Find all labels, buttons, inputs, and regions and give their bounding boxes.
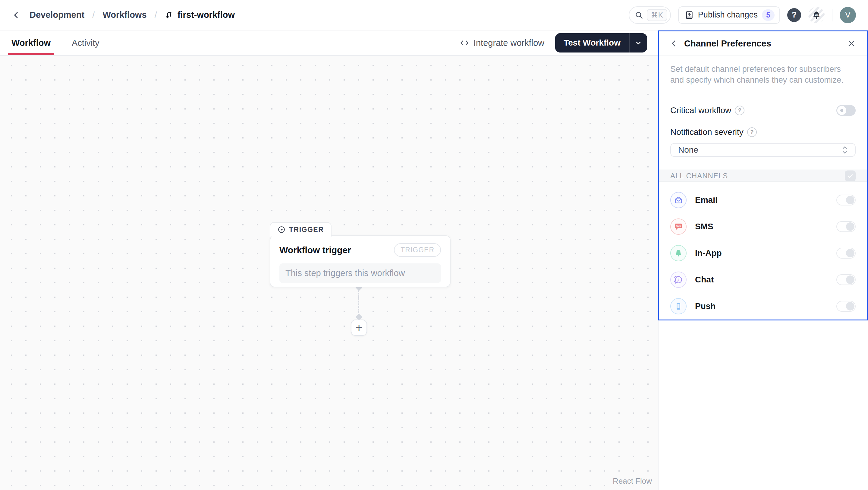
svg-text:#: # [678,278,680,282]
top-header: Development / Workflows / first-workflow… [0,0,868,30]
toggle-knob [846,222,855,231]
integrate-workflow-link[interactable]: Integrate workflow [460,38,544,48]
channel-row-inapp: In-App [659,240,867,266]
header-divider [832,9,832,22]
trigger-node-tab: TRIGGER [270,222,332,236]
channel-label: SMS [695,222,836,231]
all-channels-checkbox[interactable] [845,171,856,181]
tab-bar: Workflow Activity Integrate workflow Tes… [0,30,658,56]
node-title: Workflow trigger [279,245,351,255]
breadcrumb: Development / Workflows / first-workflow [11,10,235,21]
all-channels-strip: ALL CHANNELS [659,170,867,182]
node-trigger-badge: TRIGGER [394,243,441,257]
toggle-knob [846,302,855,311]
channel-preferences-panel: Channel Preferences Set default channel … [658,30,868,320]
chat-toggle[interactable] [836,274,856,285]
bell-code-glyph: </> [815,13,818,17]
help-circle-icon[interactable]: ? [735,106,744,115]
notification-severity-row: Notification severity ? [659,127,867,137]
push-toggle[interactable] [836,301,856,312]
email-toggle[interactable] [836,195,856,205]
check-icon [846,172,854,179]
search-shortcut: ⌘K [647,9,667,21]
select-chevrons-icon [841,145,848,154]
all-channels-label: ALL CHANNELS [670,172,728,180]
close-icon [847,39,856,48]
in-app-bell-icon [670,245,687,261]
publish-icon [685,10,694,20]
severity-select-value: None [678,145,698,155]
toggle-knob [846,196,855,204]
channel-row-push: Push [659,293,867,319]
channel-label: Email [695,195,836,205]
play-circle-icon [278,226,285,234]
edge-dashed-line [358,290,359,316]
email-icon [670,192,687,208]
workflow-editor-column: Workflow Activity Integrate workflow Tes… [0,30,658,490]
push-phone-icon [670,298,687,314]
tab-bar-actions: Integrate workflow Test Workflow [460,33,647,53]
publish-changes-button[interactable]: Publish changes 5 [678,6,780,24]
workflow-trigger-node[interactable]: Workflow trigger TRIGGER This step trigg… [270,235,451,287]
code-icon [460,38,469,48]
add-step-button[interactable]: + [351,319,367,336]
sms-toggle[interactable] [836,221,856,232]
search-icon [635,11,643,19]
channel-label: In-App [695,248,836,258]
tabs: Workflow Activity [10,30,101,55]
page-body: Workflow Activity Integrate workflow Tes… [0,30,868,490]
critical-workflow-toggle[interactable] [836,105,856,116]
chat-icon: # [670,271,687,288]
channel-row-chat: # Chat [659,266,867,293]
workflow-route-icon [165,10,174,20]
tab-activity[interactable]: Activity [70,30,101,55]
side-panel-area: Channel Preferences Set default channel … [658,30,868,490]
breadcrumb-separator: / [92,10,95,20]
panel-title: Channel Preferences [684,39,845,49]
critical-workflow-row: Critical workflow ? [659,105,867,116]
channel-list: Email SMS SMS In-App [659,182,867,319]
help-button[interactable]: ? [787,8,801,22]
toggle-knob [846,249,855,257]
node-header: Workflow trigger TRIGGER [279,243,441,257]
breadcrumb-environment[interactable]: Development [30,10,84,20]
svg-text:SMS: SMS [676,225,681,227]
breadcrumb-current[interactable]: first-workflow [165,10,235,20]
channel-row-email: Email [659,187,867,213]
node-description: This step triggers this workflow [279,263,441,283]
notification-severity-label: Notification severity ? [670,127,757,137]
user-avatar[interactable]: V [840,7,856,23]
panel-header: Channel Preferences [659,31,867,56]
panel-back-button[interactable] [668,37,680,50]
search-button[interactable]: ⌘K [629,6,671,24]
publish-changes-count-badge: 5 [762,9,775,21]
breadcrumb-separator: / [155,10,157,20]
chevron-left-icon [670,39,678,47]
publish-changes-label: Publish changes [698,10,758,20]
severity-select[interactable]: None [670,143,856,157]
back-chevron-icon[interactable] [11,10,22,21]
tab-workflow[interactable]: Workflow [10,30,53,55]
channel-label: Push [695,301,836,311]
in-app-toggle[interactable] [836,248,856,259]
test-workflow-button[interactable]: Test Workflow [555,33,629,53]
help-circle-icon[interactable]: ? [747,127,757,137]
react-flow-attribution[interactable]: React Flow [609,475,655,487]
panel-description: Set default channel preferences for subs… [659,56,867,95]
toggle-knob [837,106,846,115]
sms-icon: SMS [670,219,687,235]
channel-row-sms: SMS SMS [659,213,867,240]
panel-close-button[interactable] [845,37,858,50]
workflow-canvas[interactable]: TRIGGER Workflow trigger TRIGGER This st… [0,56,658,490]
channel-label: Chat [695,275,836,285]
header-actions: ⌘K Publish changes 5 ? </> V [629,6,856,24]
toggle-knob [846,276,855,284]
notifications-bell-button[interactable]: </> [808,7,825,23]
test-workflow-dropdown-button[interactable] [629,33,647,53]
breadcrumb-workflows[interactable]: Workflows [102,10,147,20]
test-workflow-split-button[interactable]: Test Workflow [555,33,647,53]
chevron-down-icon [634,39,642,47]
critical-workflow-label: Critical workflow ? [670,106,744,115]
